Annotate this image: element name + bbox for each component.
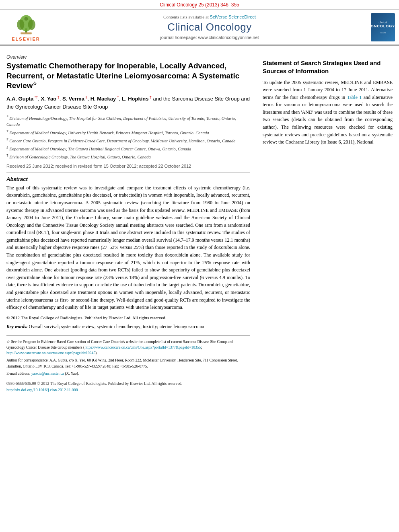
footer-info: 0936-6555/$36.00 © 2012 The Royal Colleg… <box>6 380 250 393</box>
divider-1 <box>6 173 250 173</box>
affil-2: † Department of Medical Oncology, Univer… <box>6 129 250 136</box>
top-bar: Clinical Oncology 25 (2013) 346–355 <box>0 0 399 10</box>
sciverse-link[interactable]: SciVerse ScienceDirect <box>210 14 256 19</box>
journal-logo-area: clinical ONCOLOGY ISSN <box>367 10 399 45</box>
correspondence-text: Author for correspondence: A.A. Gupta, c… <box>6 357 250 369</box>
author-3-sup: § <box>84 95 88 99</box>
author-1: A.A. Gupta <box>6 96 33 102</box>
divider-2 <box>6 335 250 336</box>
title-star: ☆ <box>33 81 37 86</box>
footer-doi[interactable]: http://dx.doi.org/10.1016/j.clon.2012.11… <box>6 387 250 393</box>
received-line: Received 25 June 2012; received in revis… <box>6 164 250 168</box>
keywords-label: Key words: <box>6 324 28 329</box>
affil-1: * Division of Hematology/Oncology, The H… <box>6 114 250 128</box>
author-2: X. Yao <box>41 96 56 102</box>
svg-point-2 <box>17 20 24 30</box>
email-link[interactable]: yaoxia@mcmaster.ca <box>31 372 64 376</box>
email-line: E-mail address: yaoxia@mcmaster.ca (X. Y… <box>6 371 250 376</box>
author-3: S. Verma <box>62 96 84 102</box>
section-label: Overview <box>6 54 250 60</box>
svg-rect-4 <box>21 33 32 35</box>
author-5: L. Hopkins <box>122 96 148 102</box>
affil-4: § Department of Medical Oncology, The Ot… <box>6 145 250 152</box>
affil-5: ¶ Division of Gynecologic Oncology, The … <box>6 153 250 160</box>
abstract-title: Abstract <box>6 176 250 182</box>
journal-header-center: Contents lists available at SciVerse Sci… <box>52 10 367 45</box>
journal-header: ELSEVIER Contents lists available at Sci… <box>0 10 399 45</box>
email-suffix: (X. Yao). <box>65 372 79 376</box>
author-5-sup: ¶ <box>148 95 151 99</box>
footnote-link-2[interactable]: http://www.cancercare.on.ca/cms/one.aspx… <box>6 351 95 355</box>
journal-logo-box: clinical ONCOLOGY ISSN <box>371 13 395 41</box>
right-section-title: Statement of Search Strategies Used and … <box>263 59 393 76</box>
contents-line: Contents lists available at SciVerse Sci… <box>163 14 256 19</box>
elsevier-logo-area: ELSEVIER <box>0 10 52 45</box>
journal-homepage: journal homepage: www.clinicaloncologyon… <box>160 35 259 40</box>
author-2-sup: ‡ <box>56 95 60 99</box>
journal-title: Clinical Oncology <box>167 21 251 33</box>
top-bar-text: Clinical Oncology 25 (2013) 346–355 <box>160 2 239 8</box>
copyright-line: © 2012 The Royal College of Radiologists… <box>6 314 250 321</box>
author-4: H. Mackay <box>90 96 116 102</box>
elsevier-tree-icon <box>12 13 40 35</box>
keywords-text: Overall survival; systematic review; sys… <box>29 324 204 329</box>
abstract-text: The goal of this systematic review was t… <box>6 184 250 311</box>
footer-issn: 0936-6555/$36.00 © 2012 The Royal Colleg… <box>6 380 250 387</box>
authors-line: A.A. Gupta *†, X. Yao ‡, S. Verma §, H. … <box>6 95 250 111</box>
elsevier-label: ELSEVIER <box>12 37 40 41</box>
svg-point-5 <box>24 17 28 21</box>
table-link[interactable]: Table 1 <box>347 94 362 100</box>
author-1-sup: *† <box>33 95 38 99</box>
author-4-sup: † <box>116 95 119 99</box>
affiliations: * Division of Hematology/Oncology, The H… <box>6 114 250 160</box>
abstract-section: Abstract The goal of this systematic rev… <box>6 176 250 331</box>
footnote-link-1[interactable]: https://www.cancercare.on.ca/cms/One.asp… <box>84 345 201 349</box>
affil-3: ‡ Cancer Care Ontario, Program in Eviden… <box>6 137 250 144</box>
footnote-star-text: ☆ See the Program in Evidence-Based Care… <box>6 339 250 356</box>
keywords-line: Key words: Overall survival; systematic … <box>6 323 250 330</box>
svg-point-3 <box>28 20 35 30</box>
right-text: To update the 2005 systematic review, ME… <box>263 79 393 146</box>
footnote-section: ☆ See the Program in Evidence-Based Care… <box>6 339 250 377</box>
article-title: Systematic Chemotherapy for Inoperable, … <box>6 61 250 91</box>
email-label: E-mail address: <box>6 372 30 376</box>
